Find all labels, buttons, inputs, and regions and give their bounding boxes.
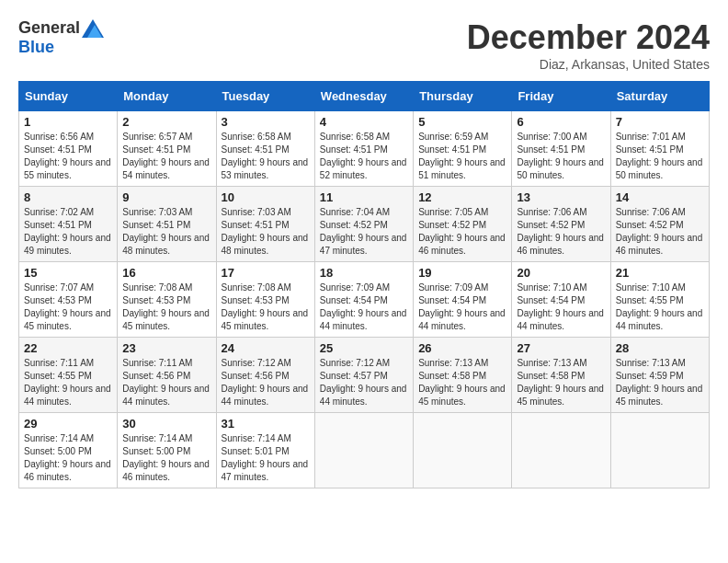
- day-info: Sunrise: 7:08 AMSunset: 4:53 PMDaylight:…: [122, 282, 210, 333]
- day-number: 14: [616, 190, 704, 204]
- day-info: Sunrise: 7:05 AMSunset: 4:52 PMDaylight:…: [418, 206, 506, 258]
- day-number: 30: [122, 417, 210, 431]
- day-number: 23: [122, 341, 210, 355]
- calendar-cell: 29Sunrise: 7:14 AMSunset: 5:00 PMDayligh…: [19, 413, 118, 488]
- calendar-cell: 31Sunrise: 7:14 AMSunset: 5:01 PMDayligh…: [216, 413, 314, 488]
- calendar-cell: 19Sunrise: 7:09 AMSunset: 4:54 PMDayligh…: [414, 262, 512, 338]
- calendar-cell: 17Sunrise: 7:08 AMSunset: 4:53 PMDayligh…: [216, 262, 314, 338]
- day-info: Sunrise: 6:59 AMSunset: 4:51 PMDaylight:…: [418, 131, 506, 182]
- day-info: Sunrise: 7:14 AMSunset: 5:00 PMDaylight:…: [24, 432, 112, 484]
- calendar-cell: 20Sunrise: 7:10 AMSunset: 4:54 PMDayligh…: [512, 262, 610, 338]
- calendar-week-row: 8Sunrise: 7:02 AMSunset: 4:51 PMDaylight…: [19, 187, 710, 262]
- calendar-cell: 16Sunrise: 7:08 AMSunset: 4:53 PMDayligh…: [118, 262, 216, 338]
- calendar-cell: 15Sunrise: 7:07 AMSunset: 4:53 PMDayligh…: [19, 262, 118, 338]
- day-number: 4: [320, 115, 408, 129]
- calendar-table: SundayMondayTuesdayWednesdayThursdayFrid…: [18, 81, 710, 488]
- day-info: Sunrise: 7:14 AMSunset: 5:00 PMDaylight:…: [122, 432, 210, 484]
- calendar-cell: [414, 413, 512, 488]
- logo: General Blue: [18, 18, 104, 57]
- day-info: Sunrise: 7:14 AMSunset: 5:01 PMDaylight:…: [222, 432, 310, 484]
- weekday-header-wednesday: Wednesday: [314, 82, 413, 111]
- location-text: Diaz, Arkansas, United States: [467, 57, 710, 72]
- day-number: 24: [222, 341, 310, 355]
- day-number: 2: [122, 115, 210, 129]
- day-info: Sunrise: 6:58 AMSunset: 4:51 PMDaylight:…: [320, 131, 408, 182]
- calendar-cell: 11Sunrise: 7:04 AMSunset: 4:52 PMDayligh…: [314, 187, 413, 262]
- day-info: Sunrise: 7:13 AMSunset: 4:59 PMDaylight:…: [616, 357, 704, 408]
- calendar-cell: 13Sunrise: 7:06 AMSunset: 4:52 PMDayligh…: [512, 187, 610, 262]
- weekday-header-sunday: Sunday: [19, 82, 118, 111]
- day-info: Sunrise: 6:58 AMSunset: 4:51 PMDaylight:…: [222, 131, 310, 182]
- day-number: 8: [24, 190, 112, 204]
- day-number: 1: [24, 115, 112, 129]
- day-info: Sunrise: 7:10 AMSunset: 4:55 PMDaylight:…: [616, 282, 704, 333]
- day-number: 22: [24, 341, 112, 355]
- weekday-header-monday: Monday: [118, 82, 216, 111]
- calendar-cell: [314, 413, 413, 488]
- day-number: 6: [517, 115, 605, 129]
- calendar-cell: 22Sunrise: 7:11 AMSunset: 4:55 PMDayligh…: [19, 338, 118, 413]
- day-info: Sunrise: 7:11 AMSunset: 4:56 PMDaylight:…: [122, 357, 210, 408]
- day-number: 3: [222, 115, 310, 129]
- weekday-header-friday: Friday: [512, 82, 610, 111]
- calendar-cell: [512, 413, 610, 488]
- day-info: Sunrise: 7:03 AMSunset: 4:51 PMDaylight:…: [122, 206, 210, 258]
- calendar-cell: 28Sunrise: 7:13 AMSunset: 4:59 PMDayligh…: [610, 338, 709, 413]
- calendar-cell: 4Sunrise: 6:58 AMSunset: 4:51 PMDaylight…: [314, 111, 413, 187]
- day-number: 9: [122, 190, 210, 204]
- calendar-week-row: 15Sunrise: 7:07 AMSunset: 4:53 PMDayligh…: [19, 262, 710, 338]
- calendar-cell: 24Sunrise: 7:12 AMSunset: 4:56 PMDayligh…: [216, 338, 314, 413]
- day-info: Sunrise: 7:07 AMSunset: 4:53 PMDaylight:…: [24, 282, 112, 333]
- day-info: Sunrise: 7:01 AMSunset: 4:51 PMDaylight:…: [616, 131, 704, 182]
- day-number: 20: [517, 266, 605, 280]
- day-info: Sunrise: 7:12 AMSunset: 4:57 PMDaylight:…: [320, 357, 408, 408]
- calendar-cell: 14Sunrise: 7:06 AMSunset: 4:52 PMDayligh…: [610, 187, 709, 262]
- day-number: 26: [418, 341, 506, 355]
- calendar-cell: 6Sunrise: 7:00 AMSunset: 4:51 PMDaylight…: [512, 111, 610, 187]
- day-info: Sunrise: 7:02 AMSunset: 4:51 PMDaylight:…: [24, 206, 112, 258]
- calendar-cell: 30Sunrise: 7:14 AMSunset: 5:00 PMDayligh…: [118, 413, 216, 488]
- day-number: 10: [222, 190, 310, 204]
- day-number: 15: [24, 266, 112, 280]
- day-number: 31: [222, 417, 310, 431]
- day-number: 16: [122, 266, 210, 280]
- day-info: Sunrise: 7:13 AMSunset: 4:58 PMDaylight:…: [517, 357, 605, 408]
- day-info: Sunrise: 6:56 AMSunset: 4:51 PMDaylight:…: [24, 131, 112, 182]
- day-number: 25: [320, 341, 408, 355]
- day-number: 27: [517, 341, 605, 355]
- calendar-cell: 2Sunrise: 6:57 AMSunset: 4:51 PMDaylight…: [118, 111, 216, 187]
- day-number: 29: [24, 417, 112, 431]
- day-info: Sunrise: 7:06 AMSunset: 4:52 PMDaylight:…: [517, 206, 605, 258]
- calendar-cell: 5Sunrise: 6:59 AMSunset: 4:51 PMDaylight…: [414, 111, 512, 187]
- day-info: Sunrise: 7:12 AMSunset: 4:56 PMDaylight:…: [222, 357, 310, 408]
- day-info: Sunrise: 7:09 AMSunset: 4:54 PMDaylight:…: [320, 282, 408, 333]
- month-title: December 2024: [467, 18, 710, 57]
- day-number: 13: [517, 190, 605, 204]
- weekday-header-tuesday: Tuesday: [216, 82, 314, 111]
- day-number: 28: [616, 341, 704, 355]
- day-info: Sunrise: 6:57 AMSunset: 4:51 PMDaylight:…: [122, 131, 210, 182]
- day-info: Sunrise: 7:06 AMSunset: 4:52 PMDaylight:…: [616, 206, 704, 258]
- day-number: 5: [418, 115, 506, 129]
- logo-icon: [82, 19, 104, 38]
- calendar-week-row: 1Sunrise: 6:56 AMSunset: 4:51 PMDaylight…: [19, 111, 710, 187]
- day-info: Sunrise: 7:09 AMSunset: 4:54 PMDaylight:…: [418, 282, 506, 333]
- day-info: Sunrise: 7:08 AMSunset: 4:53 PMDaylight:…: [222, 282, 310, 333]
- calendar-cell: 9Sunrise: 7:03 AMSunset: 4:51 PMDaylight…: [118, 187, 216, 262]
- day-info: Sunrise: 7:04 AMSunset: 4:52 PMDaylight:…: [320, 206, 408, 258]
- day-info: Sunrise: 7:11 AMSunset: 4:55 PMDaylight:…: [24, 357, 112, 408]
- day-number: 18: [320, 266, 408, 280]
- day-number: 17: [222, 266, 310, 280]
- calendar-cell: 7Sunrise: 7:01 AMSunset: 4:51 PMDaylight…: [610, 111, 709, 187]
- calendar-cell: 23Sunrise: 7:11 AMSunset: 4:56 PMDayligh…: [118, 338, 216, 413]
- calendar-cell: 8Sunrise: 7:02 AMSunset: 4:51 PMDaylight…: [19, 187, 118, 262]
- day-number: 7: [616, 115, 704, 129]
- weekday-header-row: SundayMondayTuesdayWednesdayThursdayFrid…: [19, 82, 710, 111]
- calendar-cell: 26Sunrise: 7:13 AMSunset: 4:58 PMDayligh…: [414, 338, 512, 413]
- calendar-cell: 21Sunrise: 7:10 AMSunset: 4:55 PMDayligh…: [610, 262, 709, 338]
- day-info: Sunrise: 7:10 AMSunset: 4:54 PMDaylight:…: [517, 282, 605, 333]
- day-info: Sunrise: 7:13 AMSunset: 4:58 PMDaylight:…: [418, 357, 506, 408]
- logo-blue-text: Blue: [18, 38, 54, 57]
- day-info: Sunrise: 7:00 AMSunset: 4:51 PMDaylight:…: [517, 131, 605, 182]
- page-header: General Blue December 2024 Diaz, Arkansa…: [18, 18, 710, 72]
